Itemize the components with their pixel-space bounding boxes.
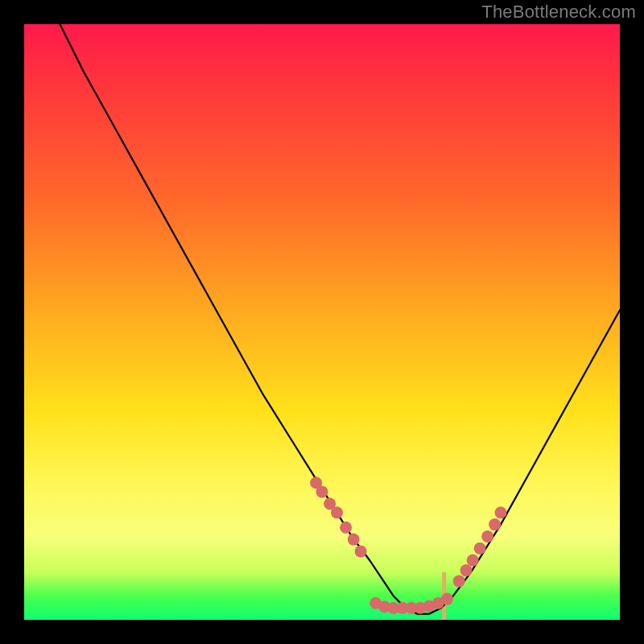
right-dot-cluster-dot [474,543,486,555]
attribution-text: TheBottleneck.com [481,2,636,23]
left-dot-cluster-dot [331,506,343,518]
left-dot-cluster-dot [355,545,367,557]
markers-layer [310,477,506,613]
left-dot-cluster-dot [340,522,352,534]
chart-overlay [24,24,620,620]
right-dot-cluster-dot [481,530,493,543]
chart-frame: TheBottleneck.com [0,0,644,644]
right-dot-cluster-dot [453,575,465,587]
bottleneck-curve [60,24,620,614]
right-dot-cluster-dot [495,506,507,518]
right-dot-cluster-dot [460,564,473,576]
left-dot-cluster-dot [316,485,328,497]
right-dot-cluster-dot [489,518,501,530]
left-dot-cluster-dot [348,534,360,546]
bottom-dot-cluster-dot [441,593,453,605]
right-dot-cluster-dot [467,555,479,567]
